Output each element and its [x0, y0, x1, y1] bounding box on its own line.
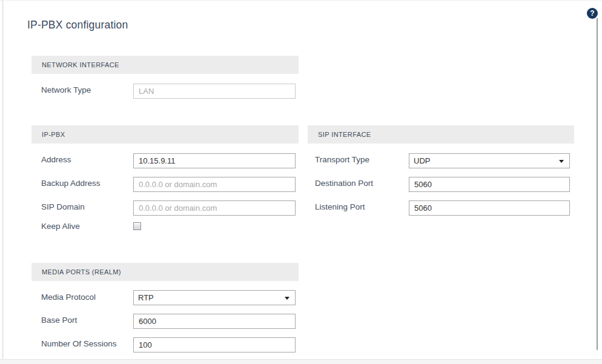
- keep-alive-label: Keep Alive: [41, 222, 80, 231]
- vertical-scrollbar[interactable]: [597, 18, 598, 350]
- page-title: IP-PBX configuration: [27, 19, 128, 31]
- destination-port-label: Destination Port: [315, 179, 373, 188]
- transport-type-select[interactable]: UDP: [409, 153, 570, 168]
- destination-port-input[interactable]: [409, 177, 570, 192]
- chevron-down-icon: [285, 297, 289, 300]
- listening-port-input[interactable]: [409, 200, 570, 216]
- horizontal-scrollbar[interactable]: [0, 359, 602, 364]
- media-protocol-selected-value: RTP: [138, 293, 154, 302]
- network-type-label: Network Type: [41, 85, 91, 94]
- help-button[interactable]: ?: [587, 8, 598, 19]
- transport-type-selected-value: UDP: [414, 156, 430, 165]
- sip-domain-input[interactable]: [133, 200, 296, 216]
- chevron-down-icon: [559, 160, 564, 163]
- keep-alive-checkbox[interactable]: [133, 222, 141, 230]
- section-header-sip-interface: SIP INTERFACE: [308, 125, 574, 144]
- section-header-ip-pbx: IP-PBX: [31, 125, 299, 144]
- page-left-edge: [2, 0, 4, 364]
- question-mark-icon: ?: [590, 9, 594, 18]
- section-title: NETWORK INTERFACE: [42, 61, 119, 68]
- transport-type-label: Transport Type: [315, 155, 369, 164]
- media-protocol-select[interactable]: RTP: [133, 290, 296, 305]
- number-of-sessions-label: Number Of Sessions: [41, 339, 117, 348]
- network-type-input: [133, 84, 296, 99]
- number-of-sessions-input[interactable]: [133, 337, 296, 352]
- address-label: Address: [41, 155, 71, 164]
- address-input[interactable]: [133, 153, 296, 168]
- section-title: MEDIA PORTS (REALM): [42, 268, 121, 276]
- listening-port-label: Listening Port: [315, 202, 365, 211]
- section-title: SIP INTERFACE: [318, 131, 371, 138]
- page-top-edge: [0, 0, 602, 1]
- backup-address-label: Backup Address: [41, 179, 101, 188]
- base-port-input[interactable]: [133, 314, 296, 329]
- section-header-media-ports: MEDIA PORTS (REALM): [31, 263, 299, 281]
- section-title: IP-PBX: [42, 131, 65, 138]
- sip-domain-label: SIP Domain: [41, 202, 85, 211]
- backup-address-input[interactable]: [133, 177, 296, 192]
- section-header-network-interface: NETWORK INTERFACE: [31, 56, 299, 74]
- media-protocol-label: Media Protocol: [41, 293, 96, 302]
- base-port-label: Base Port: [41, 316, 77, 325]
